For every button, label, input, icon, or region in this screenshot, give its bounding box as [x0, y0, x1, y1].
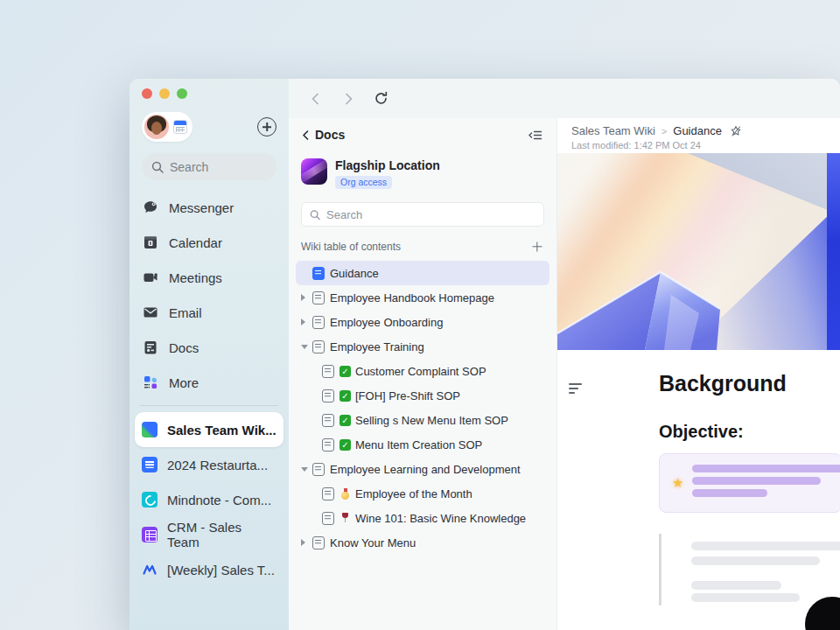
- wiki-icon: [142, 422, 158, 438]
- page-icon: [322, 389, 334, 402]
- page-icon: [312, 316, 325, 329]
- pinned-item-label: [Weekly] Sales T...: [167, 563, 275, 578]
- breadcrumb-parent[interactable]: Sales Team Wiki: [571, 124, 655, 137]
- search-icon: [310, 209, 320, 220]
- pinned-item-2024-restaurant[interactable]: 2024 Restaurta...: [135, 447, 284, 482]
- sidebar-item-email[interactable]: Email: [135, 295, 284, 330]
- toc-item[interactable]: Employee Learning and Development: [296, 457, 550, 481]
- glass-prism: [557, 153, 840, 350]
- outline-icon[interactable]: [569, 383, 584, 396]
- sidebar-item-calendar[interactable]: Calendar: [135, 225, 284, 260]
- refresh-button[interactable]: [371, 88, 391, 108]
- divider: [140, 405, 278, 406]
- document-icon: [142, 339, 159, 356]
- global-search[interactable]: [142, 153, 276, 180]
- toc-item[interactable]: Customer Complaint SOP: [296, 359, 550, 383]
- sidebar-item-label: Docs: [169, 340, 199, 355]
- placeholder-text-bar: [691, 581, 781, 590]
- placeholder-text-bar: [692, 465, 840, 472]
- pinned-item-sales-team-wiki[interactable]: Sales Team Wik...: [135, 412, 284, 447]
- page-icon: [322, 487, 334, 500]
- page-icon: [312, 291, 325, 304]
- page-title: Background: [659, 371, 787, 396]
- doc-blue-icon: [142, 457, 158, 472]
- check-emoji-icon: [340, 390, 351, 402]
- forward-button[interactable]: [339, 89, 358, 108]
- caret-down-icon[interactable]: [301, 345, 312, 349]
- breadcrumb-separator: >: [662, 126, 667, 136]
- toc-item[interactable]: Selling s New Menu Item SOP: [296, 408, 550, 432]
- pinned-item-crm[interactable]: CRM - Sales Team: [135, 517, 284, 552]
- sidebar-item-docs[interactable]: Docs: [135, 330, 284, 365]
- workspace-title: Flagship Location: [335, 158, 440, 172]
- cover-image: [557, 153, 840, 350]
- add-page-button[interactable]: [530, 240, 544, 254]
- page-icon: [322, 512, 334, 525]
- toc-item-guidance[interactable]: Guidance: [296, 261, 550, 285]
- star-pin-icon[interactable]: [730, 125, 742, 137]
- glowing-star-icon: ★: [672, 475, 683, 491]
- page-icon: [322, 365, 334, 378]
- caret-right-icon[interactable]: [301, 318, 312, 326]
- sidebar-item-label: Email: [169, 305, 202, 320]
- check-emoji-icon: [340, 366, 351, 377]
- wiki-search[interactable]: [301, 202, 544, 227]
- medal-emoji-icon: [340, 488, 351, 500]
- back-to-docs-button[interactable]: Docs: [301, 128, 345, 142]
- sidebar-item-label: More: [169, 375, 199, 390]
- video-camera-icon: [142, 269, 159, 286]
- wine-emoji-icon: [340, 513, 351, 524]
- toc-item[interactable]: Wine 101: Basic Wine Knowledge: [296, 506, 550, 530]
- toc-item[interactable]: Employee Onboarding: [296, 310, 550, 334]
- page-icon: [312, 463, 325, 476]
- table-icon: [142, 527, 158, 542]
- envelope-icon: [142, 304, 159, 321]
- document-body: Background Objective: ★: [557, 350, 840, 630]
- toc-item[interactable]: Employee Handbook Homepage: [296, 285, 550, 310]
- sidebar: Messenger Calendar Meetings Email Docs M…: [130, 79, 289, 630]
- toc-item[interactable]: [FOH] Pre-Shift SOP: [296, 383, 550, 408]
- page-icon: [312, 536, 325, 550]
- document-view: Sales Team Wiki > Guidance Last modified…: [557, 118, 840, 630]
- app-window: Messenger Calendar Meetings Email Docs M…: [130, 79, 840, 630]
- breadcrumb-current[interactable]: Guidance: [673, 124, 722, 137]
- toc-item[interactable]: Know Your Menu: [296, 530, 550, 555]
- zoom-window-button[interactable]: [177, 88, 187, 99]
- toc-item[interactable]: Employee Training: [296, 334, 550, 359]
- search-icon: [151, 161, 164, 173]
- toc-item[interactable]: Menu Item Creation SOP: [296, 432, 550, 457]
- placeholder-text-bar: [692, 489, 767, 497]
- workspace-icon: [301, 158, 327, 185]
- sidebar-item-more[interactable]: More: [135, 365, 284, 400]
- browser-toolbar: [289, 79, 840, 118]
- pinned-item-mindnote[interactable]: Mindnote - Com...: [135, 482, 284, 517]
- placeholder-text-bar: [691, 542, 840, 550]
- wiki-search-input[interactable]: [326, 208, 536, 221]
- window-controls: [142, 88, 276, 99]
- account-switcher[interactable]: [142, 112, 192, 142]
- sidebar-item-meetings[interactable]: Meetings: [135, 260, 284, 295]
- workspace-header[interactable]: Flagship Location Org access: [301, 158, 544, 189]
- org-access-badge: Org access: [335, 176, 392, 189]
- placeholder-text-bar: [692, 477, 821, 485]
- sidebar-item-label: Calendar: [169, 235, 222, 250]
- minimize-window-button[interactable]: [159, 88, 170, 99]
- close-window-button[interactable]: [142, 88, 152, 99]
- back-button[interactable]: [306, 89, 326, 108]
- section-heading: Objective:: [659, 422, 744, 442]
- callout-block[interactable]: ★: [659, 453, 840, 513]
- pinned-item-label: Sales Team Wik...: [167, 423, 276, 438]
- wiki-tree: Guidance Employee Handbook Homepage Empl…: [296, 261, 550, 555]
- search-input[interactable]: [170, 160, 267, 174]
- caret-right-icon[interactable]: [301, 539, 312, 546]
- quote-block[interactable]: [659, 534, 662, 606]
- caret-down-icon[interactable]: [301, 467, 312, 472]
- pinned-item-weekly-sales[interactable]: [Weekly] Sales T...: [135, 552, 284, 587]
- add-button[interactable]: [257, 117, 276, 136]
- collapse-panel-icon[interactable]: [526, 127, 544, 144]
- caret-right-icon[interactable]: [301, 294, 312, 301]
- toc-item[interactable]: Employee of the Month: [296, 481, 550, 506]
- calendar-icon: [142, 234, 159, 251]
- sidebar-item-messenger[interactable]: Messenger: [135, 190, 284, 225]
- document-header: Sales Team Wiki > Guidance Last modified…: [557, 118, 840, 153]
